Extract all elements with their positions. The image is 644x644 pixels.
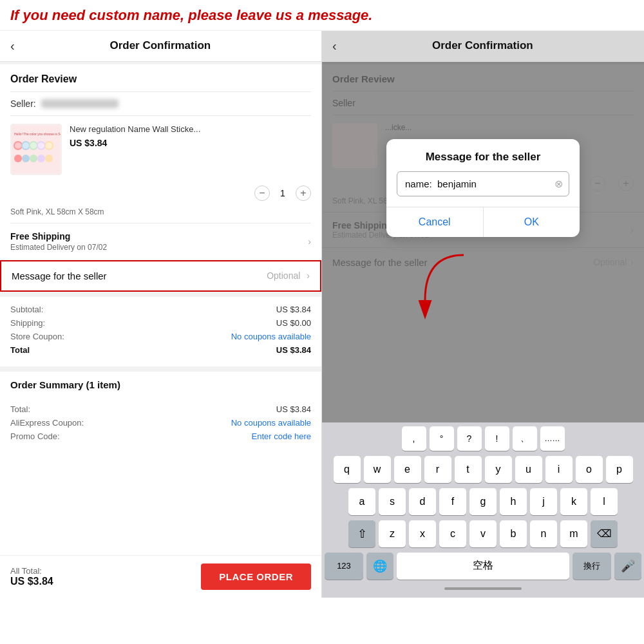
product-row: Hello! The color you choose is Soft Pink…	[0, 116, 321, 183]
product-name: New regulation Name Wall Sticke...	[70, 124, 311, 135]
dialog-cancel-button[interactable]: Cancel	[386, 207, 484, 237]
left-page-title: Order Confirmation	[23, 39, 298, 52]
dialog-ok-button[interactable]: OK	[484, 207, 580, 237]
key-comma[interactable]: ,	[402, 426, 426, 451]
key-k[interactable]: k	[560, 488, 587, 515]
svg-point-12	[22, 155, 30, 162]
coupon-key: Store Coupon:	[10, 332, 64, 341]
key-t[interactable]: t	[455, 456, 482, 483]
key-a[interactable]: a	[348, 488, 375, 515]
left-panel: ‹ Order Confirmation Order Review Seller…	[0, 31, 322, 598]
bottom-bar: All Total: US $3.84 PLACE ORDER	[0, 555, 321, 598]
key-mic[interactable]: 🎤	[614, 553, 641, 580]
right-page-title: Order Confirmation	[345, 39, 621, 52]
key-f[interactable]: f	[439, 488, 466, 515]
svg-point-11	[14, 155, 22, 162]
product-variant: Soft Pink, XL 58cm X 58cm	[0, 207, 321, 223]
message-chevron: ›	[307, 270, 310, 281]
key-l[interactable]: l	[591, 488, 618, 515]
key-o[interactable]: o	[576, 456, 603, 483]
os-ali-key: AliExpress Coupon:	[10, 418, 84, 428]
subtotal-key: Subtotal:	[10, 305, 43, 314]
key-s[interactable]: s	[379, 488, 406, 515]
svg-point-4	[23, 142, 29, 149]
message-for-seller-row[interactable]: Message for the seller Optional ›	[0, 260, 321, 292]
os-promo-value: Enter code here	[251, 431, 311, 441]
key-p[interactable]: p	[606, 456, 633, 483]
order-summary-title: Order Summary (1 item)	[0, 372, 321, 397]
key-backspace[interactable]: ⌫	[591, 520, 618, 547]
key-r[interactable]: r	[424, 456, 451, 483]
key-space[interactable]: 空格	[397, 553, 569, 580]
top-banner: If you need custom name, please leave us…	[0, 0, 644, 31]
order-review-title: Order Review	[0, 64, 321, 91]
key-g[interactable]: g	[469, 488, 497, 515]
key-w[interactable]: w	[364, 456, 391, 483]
key-q[interactable]: q	[334, 456, 361, 483]
message-optional: Optional	[267, 270, 300, 281]
left-back-button[interactable]: ‹	[10, 39, 15, 53]
keyboard-row-3: ⇧ z x c v b n m ⌫	[325, 520, 641, 547]
dialog-actions: Cancel OK	[386, 207, 580, 237]
svg-point-6	[30, 142, 37, 149]
home-bar	[444, 587, 522, 590]
key-c[interactable]: c	[439, 520, 466, 547]
key-ideographic-comma[interactable]: 、	[513, 426, 537, 451]
all-total-amount: US $3.84	[10, 576, 53, 587]
seller-row: Seller:	[0, 92, 321, 115]
quantity-increase[interactable]: +	[296, 185, 311, 201]
left-content: Order Review Seller:	[0, 62, 321, 555]
key-exclaim[interactable]: !	[485, 426, 509, 451]
keyboard: , ° ? ! 、 …… q w e r t y u i o	[322, 422, 644, 598]
key-x[interactable]: x	[409, 520, 436, 547]
summary-section: Subtotal: US $3.84 Shipping: US $0.00 St…	[0, 297, 321, 366]
quantity-row: − 1 +	[0, 183, 321, 207]
dialog-overlay: Message for the seller ⊗ Cancel OK	[322, 62, 644, 422]
key-b[interactable]: b	[500, 520, 527, 547]
key-degree[interactable]: °	[430, 426, 454, 451]
key-v[interactable]: v	[469, 520, 497, 547]
product-image: Hello! The color you choose is Soft Pink	[10, 124, 62, 175]
svg-point-15	[45, 155, 53, 162]
key-n[interactable]: n	[530, 520, 557, 547]
shipping-chevron: ›	[308, 236, 311, 247]
key-i[interactable]: i	[545, 456, 573, 483]
dialog-box: Message for the seller ⊗ Cancel OK	[386, 139, 580, 237]
key-j[interactable]: j	[530, 488, 557, 515]
shipping-sublabel: Estimated Delivery on 07/02	[10, 243, 107, 252]
key-z[interactable]: z	[379, 520, 406, 547]
total-key: Total	[10, 345, 30, 355]
total-value: US $3.84	[276, 345, 311, 355]
dialog-title: Message for the seller	[386, 139, 580, 171]
key-h[interactable]: h	[500, 488, 527, 515]
keyboard-row-2: a s d f g h j k l	[325, 488, 641, 515]
home-indicator	[325, 582, 641, 595]
os-total-key: Total:	[10, 404, 30, 414]
seller-name-blurred	[41, 99, 118, 108]
dialog-input-field[interactable]	[397, 171, 569, 196]
key-return[interactable]: 換行	[573, 553, 611, 580]
quantity-decrease[interactable]: −	[254, 185, 270, 201]
key-123[interactable]: 123	[325, 553, 363, 580]
product-info: New regulation Name Wall Sticke... US $3…	[70, 124, 311, 175]
banner-text: If you need custom name, please leave us…	[10, 6, 634, 25]
key-u[interactable]: u	[515, 456, 542, 483]
key-m[interactable]: m	[560, 520, 587, 547]
key-e[interactable]: e	[394, 456, 421, 483]
svg-text:Hello! The color you choose is: Hello! The color you choose is Soft Pink	[14, 132, 61, 136]
place-order-button[interactable]: PLACE ORDER	[201, 564, 311, 590]
dialog-clear-icon[interactable]: ⊗	[554, 178, 563, 190]
key-y[interactable]: y	[485, 456, 512, 483]
key-globe[interactable]: 🌐	[366, 553, 393, 580]
svg-point-10	[46, 142, 52, 149]
left-nav-bar: ‹ Order Confirmation	[0, 31, 321, 62]
svg-point-8	[38, 142, 44, 149]
key-question[interactable]: ?	[457, 426, 482, 451]
shipping-row[interactable]: Free Shipping Estimated Delivery on 07/0…	[0, 223, 321, 260]
key-d[interactable]: d	[409, 488, 436, 515]
product-price: US $3.84	[70, 138, 311, 148]
keyboard-punct-row: , ° ? ! 、 ……	[325, 426, 641, 451]
key-shift[interactable]: ⇧	[348, 520, 375, 547]
right-back-button[interactable]: ‹	[332, 39, 337, 53]
key-ellipsis[interactable]: ……	[540, 426, 565, 451]
